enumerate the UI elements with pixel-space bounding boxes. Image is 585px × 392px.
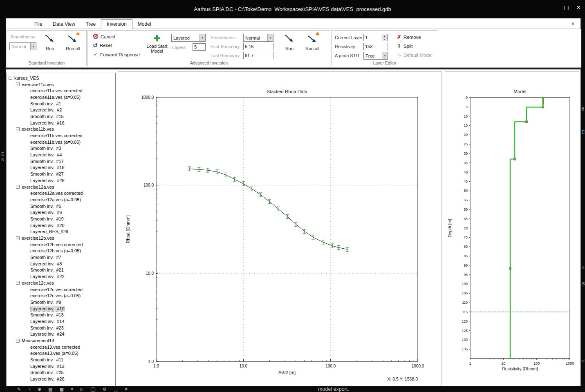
tree-item[interactable]: Layered inv. #12	[7, 363, 115, 370]
collapse-icon[interactable]: −	[16, 185, 20, 189]
last-boundary-input[interactable]: 91.7	[243, 52, 273, 59]
tab-file[interactable]: File	[29, 20, 47, 29]
standard-run-all-button[interactable]: ✱ Run all	[66, 33, 80, 51]
tree-item[interactable]: exercise13.ves (a=0.05)	[7, 350, 115, 357]
taskbar-icon[interactable]: ⌗	[71, 387, 73, 392]
maximize-button[interactable]: ▢	[563, 4, 569, 11]
tree-item[interactable]: exercise12a.ves corrected	[7, 190, 115, 196]
collapse-icon[interactable]: −	[16, 339, 20, 343]
spin-up-icon[interactable]: ▲	[382, 34, 387, 38]
tree-item[interactable]: Smooth inv. #23	[7, 325, 115, 331]
tree-item[interactable]: Smooth inv. #19	[7, 216, 115, 222]
tree-item[interactable]: exercise12b.ves (a=0.05)	[7, 248, 115, 254]
tree-item[interactable]: exercise12b.ves corrected	[7, 241, 115, 248]
close-button[interactable]: ✕	[575, 4, 582, 11]
taskbar-icon[interactable]: ▷	[80, 387, 83, 392]
tree-item[interactable]: Smooth inv. #7	[7, 254, 115, 261]
tree-item[interactable]: Layered inv. #10	[7, 305, 115, 312]
taskbar-icon[interactable]: ◔	[28, 387, 31, 392]
tree-item[interactable]: Smooth inv. #11	[7, 356, 115, 363]
tree-item[interactable]: exercise13.ves corrected	[7, 344, 115, 350]
tree-item[interactable]: Layered inv. #28	[7, 177, 115, 184]
taskbar-icon[interactable]: ≡	[125, 387, 127, 392]
advanced-smoothness-dropdown[interactable]: Normal ▼	[243, 34, 273, 42]
tree-item[interactable]: Layered_RES_#29	[7, 229, 115, 235]
tree-item[interactable]: Layered inv. #6	[7, 209, 115, 216]
tab-model[interactable]: Model	[132, 20, 157, 29]
tree-item[interactable]: Smooth inv. #9	[7, 299, 115, 305]
standard-smoothness-dropdown[interactable]: Normal ▼	[9, 42, 36, 50]
collapse-icon[interactable]: −	[16, 127, 20, 131]
tree-item[interactable]: Layered inv. #16	[7, 120, 115, 126]
stacked-rhoa-chart[interactable]: 1.01.010.010.0100.0100.01000.01000.0Stac…	[118, 72, 442, 387]
apriori-std-dropdown[interactable]: Free ▼	[363, 52, 388, 60]
collapse-icon[interactable]: −	[16, 281, 20, 285]
resistivity-input[interactable]: 153	[363, 43, 388, 50]
advanced-run-all-button[interactable]: ✱ Run all	[305, 33, 319, 51]
tree-item[interactable]: Smooth inv. #3	[7, 145, 115, 152]
minimize-button[interactable]: —	[551, 4, 557, 11]
tree-item[interactable]: exercise12c.ves (a=0.05)	[7, 292, 115, 299]
tree-item[interactable]: Smooth inv. #5	[7, 203, 115, 209]
tab-inversion[interactable]: Inversion	[101, 19, 132, 29]
tree-item[interactable]: Layered inv. #26	[7, 376, 115, 382]
taskbar-icon[interactable]: ⬚	[114, 387, 118, 392]
split-layer-button[interactable]: ⇕ Split	[397, 43, 412, 49]
taskbar-icon[interactable]: ⊕	[38, 387, 41, 392]
load-start-model-button[interactable]: ✚ Load Start Model	[144, 34, 170, 53]
tree-item[interactable]: exercise11a.ves (a=0.05)	[7, 94, 115, 100]
remove-layer-button[interactable]: ✗ Remove	[397, 34, 421, 40]
model-chart[interactable]: 0510152025303540455055606570758085909510…	[445, 72, 580, 387]
tree-group[interactable]: −exercise12b.ves	[7, 235, 115, 241]
reset-button[interactable]: ↺ Reset	[93, 43, 112, 48]
model-type-dropdown[interactable]: Layered ▼	[171, 34, 206, 42]
tree-item[interactable]: Smooth inv. #21	[7, 267, 115, 274]
layers-input[interactable]: 5	[193, 43, 206, 51]
tree-item[interactable]: Layered inv. #2	[7, 107, 115, 113]
tree-item[interactable]: exercise11b.ves (a=0.05)	[7, 139, 115, 145]
advanced-run-button[interactable]: Run	[283, 33, 296, 51]
taskbar-icon[interactable]: ▤	[48, 387, 52, 392]
tree-group[interactable]: −exercise11a.ves	[7, 81, 115, 88]
tree-item[interactable]: exercise11b.ves corrected	[7, 132, 115, 139]
tree-item[interactable]: Layered inv. #4	[7, 151, 115, 158]
tree-item[interactable]: Smooth inv. #27	[7, 171, 115, 177]
taskbar-icon[interactable]: ◯	[91, 387, 96, 392]
cancel-button[interactable]: Cancel	[93, 33, 115, 40]
collapse-icon[interactable]: −	[16, 236, 20, 240]
taskbar-icon[interactable]: ⚙	[103, 387, 107, 392]
forward-response-checkbox[interactable]: ✓ Forward Response	[93, 52, 140, 57]
spinner-buttons[interactable]: ▲ ▼	[382, 34, 388, 41]
tree-item[interactable]: Layered inv. #20	[7, 222, 115, 229]
default-model-button[interactable]: ∿ Default Model	[397, 52, 433, 58]
tree-item[interactable]: Smooth inv. #17	[7, 158, 115, 165]
tree-group[interactable]: −exercise11b.ves	[7, 126, 115, 133]
standard-run-button[interactable]: Run	[44, 33, 56, 51]
taskbar-icon[interactable]: ✎	[17, 387, 21, 392]
tree-item[interactable]: Layered inv. #14	[7, 318, 115, 325]
tree-item[interactable]: Layered inv. #18	[7, 165, 115, 171]
current-layer-spinner[interactable]: 1 ▲ ▼	[363, 34, 388, 41]
collapse-icon[interactable]: −	[9, 76, 12, 80]
tree-item[interactable]: exercise12c.ves corrected	[7, 286, 115, 293]
tree-item[interactable]: Layered inv. #24	[7, 331, 115, 338]
first-boundary-input[interactable]: 5.15	[243, 43, 273, 50]
tree-group[interactable]: −exercise12a.ves	[7, 184, 115, 190]
tab-tree[interactable]: Tree	[81, 20, 101, 29]
taskbar-icon[interactable]: ▦	[60, 387, 64, 392]
spin-down-icon[interactable]: ▼	[382, 38, 387, 41]
collapse-icon[interactable]: −	[16, 82, 20, 86]
tab-data-view[interactable]: Data View	[47, 20, 80, 29]
tree-item[interactable]: Smooth inv. #15	[7, 113, 115, 120]
tree-item[interactable]: Layered inv. #22	[7, 273, 115, 280]
tree-item[interactable]: Smooth inv. #1	[7, 100, 115, 107]
ribbon-collapse-icon[interactable]: ∧	[571, 21, 575, 27]
tree-root[interactable]: −kursus_VES	[7, 75, 115, 81]
tree-group[interactable]: −Measurement13	[7, 337, 115, 344]
tree-item[interactable]: Layered inv. #8	[7, 261, 115, 267]
tree-item[interactable]: Smooth inv. #25	[7, 370, 115, 376]
tree-item[interactable]: Smooth inv. #13	[7, 312, 115, 318]
tree-item[interactable]: exercise12a.ves (a=0.05)	[7, 196, 115, 203]
tree-item[interactable]: exercise11a.ves corrected	[7, 87, 115, 94]
tree-group[interactable]: −exercise12c.ves	[7, 280, 115, 286]
